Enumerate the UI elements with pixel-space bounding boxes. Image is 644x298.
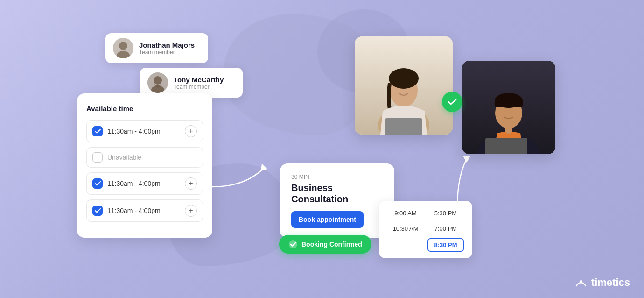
svg-rect-21	[485, 138, 527, 154]
tony-role: Team member	[174, 84, 224, 90]
time-label-3: 11:30am - 4:00pm	[107, 180, 180, 187]
woman-silhouette	[355, 36, 453, 135]
jonathan-role: Team member	[139, 49, 195, 56]
avatar-tony	[147, 72, 168, 93]
booking-confirmed-text: Booking Confirmed	[301, 241, 362, 248]
timeslot-7pm[interactable]: 7:00 PM	[427, 223, 464, 234]
consultation-card: 30 MIN Business Consultation Book appoin…	[280, 163, 394, 238]
svg-rect-15	[385, 118, 422, 135]
logo: timetics	[574, 277, 630, 289]
man-photo-inner	[462, 61, 555, 154]
arrow-up	[429, 149, 485, 210]
jonathan-name: Jonathan Majors	[139, 41, 195, 49]
checkbox-3[interactable]	[92, 178, 103, 189]
time-label-2: Unavailable	[107, 154, 197, 161]
svg-point-7	[289, 240, 297, 248]
svg-point-23	[580, 280, 582, 283]
svg-marker-6	[261, 163, 267, 171]
timeslot-830pm-empty	[387, 238, 424, 252]
team-card-jonathan: Jonathan Majors Team member	[105, 33, 208, 63]
woman-photo-card	[355, 36, 453, 135]
svg-point-4	[154, 76, 162, 85]
timeslot-grid: 9:00 AM 5:30 PM 10:30 AM 7:00 PM 8:30 PM	[387, 207, 464, 252]
svg-point-1	[119, 42, 127, 50]
svg-marker-8	[463, 156, 470, 163]
checkbox-1[interactable]	[92, 126, 103, 136]
check-badge-icon	[447, 96, 458, 107]
plus-btn-1[interactable]: +	[185, 125, 197, 137]
timeslot-9am[interactable]: 9:00 AM	[387, 207, 424, 219]
video-check-badge	[442, 92, 462, 112]
timeslot-830pm[interactable]: 8:30 PM	[427, 238, 464, 252]
jonathan-info: Jonathan Majors Team member	[139, 41, 195, 56]
plus-btn-3[interactable]: +	[185, 177, 197, 190]
booking-confirmed-badge: Booking Confirmed	[279, 235, 371, 254]
checkbox-4[interactable]	[92, 206, 103, 216]
woman-photo-inner	[355, 36, 453, 135]
tony-info: Tony McCarthy Team member	[174, 76, 224, 90]
plus-btn-4[interactable]: +	[185, 205, 197, 217]
man-photo-card	[462, 61, 555, 154]
booking-check-icon	[288, 240, 298, 249]
avatar-jonathan	[113, 38, 133, 58]
svg-point-14	[389, 68, 419, 89]
time-row-3: 11:30am - 4:00pm +	[86, 172, 203, 195]
consultation-title: Business Consultation	[291, 182, 383, 205]
min-label: 30 MIN	[291, 174, 383, 180]
book-appointment-button[interactable]: Book appointment	[291, 211, 364, 228]
timeslot-1030am[interactable]: 10:30 AM	[387, 223, 424, 234]
time-label-1: 11:30am - 4:00pm	[107, 128, 180, 135]
logo-text: timetics	[591, 277, 630, 289]
available-time-title: Available time	[86, 105, 203, 113]
time-row-4: 11:30am - 4:00pm +	[86, 199, 203, 222]
man-silhouette	[462, 61, 555, 154]
logo-icon	[574, 277, 588, 288]
time-row-1: 11:30am - 4:00pm +	[86, 120, 203, 142]
arrow-right	[208, 159, 292, 196]
tony-name: Tony McCarthy	[174, 76, 224, 84]
time-row-2: Unavailable	[86, 147, 203, 168]
available-time-panel: Available time 11:30am - 4:00pm + Unavai…	[77, 93, 212, 238]
checkbox-2-empty[interactable]	[92, 152, 103, 163]
time-label-4: 11:30am - 4:00pm	[107, 207, 180, 214]
